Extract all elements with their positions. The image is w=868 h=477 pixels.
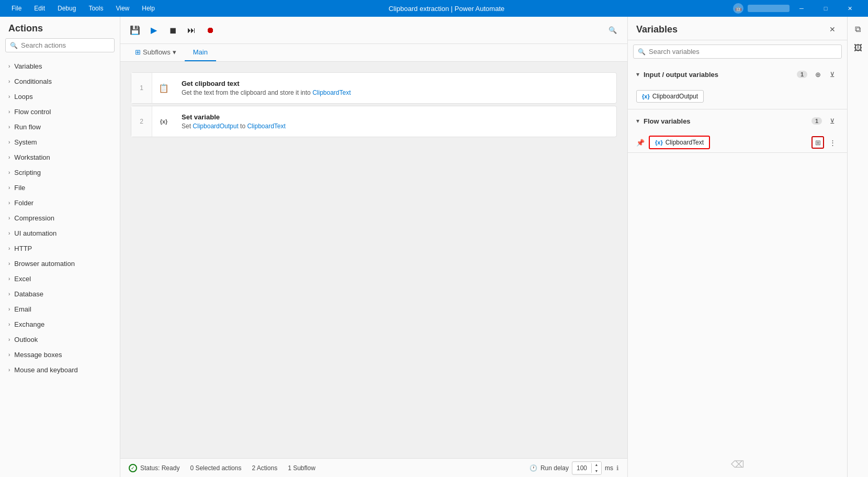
main-layout: Actions 🔍 › Variables › Conditionals › L… [0, 17, 868, 477]
menu-edit[interactable]: Edit [29, 3, 50, 14]
clear-variables-button[interactable]: ⌫ [731, 458, 744, 471]
sidebar-item-run-flow[interactable]: › Run flow [0, 119, 120, 135]
flow-variables-section-header[interactable]: ▾ Flow variables 1 ⊻ [628, 109, 847, 132]
window-controls: ─ □ ✕ [790, 0, 862, 17]
statusbar: Status: Ready 0 Selected actions 2 Actio… [120, 458, 627, 477]
sidebar-item-exchange[interactable]: › Exchange [0, 317, 120, 332]
pin-icon: 📌 [636, 139, 645, 147]
variables-search-box[interactable]: 🔍 [633, 45, 842, 59]
add-variable-button[interactable]: ⊕ [811, 68, 824, 81]
chevron-right-icon: › [8, 79, 10, 84]
close-button[interactable]: ✕ [838, 0, 862, 17]
run-delay-value: 100 [572, 463, 592, 473]
run-delay-up[interactable]: ▲ [592, 462, 601, 468]
menu-tools[interactable]: Tools [83, 3, 108, 14]
sidebar-item-excel[interactable]: › Excel [0, 271, 120, 286]
menu-view[interactable]: View [110, 3, 134, 14]
status-dot-icon [129, 464, 137, 472]
clipboard-output-chip[interactable]: {x} ClipboardOutput [636, 90, 704, 103]
flow-var-action-buttons: ⊞ ⋮ [811, 136, 839, 149]
sidebar-item-ui-automation[interactable]: › UI automation [0, 226, 120, 241]
filter-variables-button[interactable]: ⊻ [826, 68, 839, 81]
step-number-2: 2 [131, 106, 152, 137]
flow-step-1[interactable]: 1 📋 Get clipboard text Get the text from… [131, 72, 617, 104]
clipboard-output-label: ClipboardOutput [652, 93, 698, 100]
input-output-content: {x} ClipboardOutput [628, 86, 847, 109]
sidebar-item-message-boxes[interactable]: › Message boxes [0, 347, 120, 362]
more-options-button[interactable]: ⋮ [826, 136, 839, 149]
step-2-desc: Set ClipboardOutput to ClipboardText [182, 123, 610, 130]
sidebar-item-compression[interactable]: › Compression [0, 210, 120, 226]
flow-step-2[interactable]: 2 {x} Set variable Set ClipboardOutput t… [131, 106, 617, 137]
canvas-area: 💾 ▶ ◼ ⏭ ⏺ 🔍 ⊞ Subflows ▾ Main 1 📋 G [120, 17, 627, 477]
image-button[interactable]: 🖼 [850, 40, 866, 57]
layers-button[interactable]: ⧉ [850, 21, 866, 38]
menu-file[interactable]: File [6, 3, 27, 14]
sidebar-item-folder[interactable]: › Folder [0, 195, 120, 210]
chevron-right-icon: › [8, 94, 10, 99]
search-actions-input[interactable] [21, 41, 110, 49]
input-output-section: ▾ Input / output variables 1 ⊕ ⊻ {x} Cli… [628, 63, 847, 109]
flow-canvas[interactable]: 1 📋 Get clipboard text Get the text from… [120, 62, 627, 458]
chevron-right-icon: › [8, 154, 10, 160]
step-2-var-output: ClipboardOutput [193, 123, 238, 130]
menu-help[interactable]: Help [137, 3, 160, 14]
eraser-area: ⌫ [628, 267, 847, 478]
filter-flow-vars-button[interactable]: ⊻ [826, 115, 839, 127]
step-2-var-input: ClipboardText [247, 123, 285, 130]
sidebar-item-http[interactable]: › HTTP [0, 241, 120, 256]
canvas-search-button[interactable]: 🔍 [604, 22, 621, 39]
next-step-button[interactable]: ⏭ [183, 22, 200, 39]
status-indicator: Status: Ready [129, 464, 179, 472]
sidebar-item-conditionals[interactable]: › Conditionals [0, 74, 120, 89]
variables-header: Variables ✕ [628, 17, 847, 40]
run-delay-input[interactable]: 100 ▲ ▼ [572, 461, 602, 475]
search-actions-box[interactable]: 🔍 [5, 38, 115, 52]
save-button[interactable]: 💾 [127, 22, 143, 39]
chevron-right-icon: › [8, 246, 10, 251]
clipboard-text-label: ClipboardText [666, 139, 704, 146]
subflows-chevron-icon: ▾ [173, 48, 176, 56]
input-output-section-header[interactable]: ▾ Input / output variables 1 ⊕ ⊻ [628, 63, 847, 86]
sidebar-item-outlook[interactable]: › Outlook [0, 332, 120, 347]
sidebar-item-file[interactable]: › File [0, 180, 120, 195]
maximize-button[interactable]: □ [814, 0, 838, 17]
variable-icon: {x} [152, 106, 175, 137]
chevron-right-icon: › [8, 352, 10, 358]
record-button[interactable]: ⏺ [202, 22, 219, 39]
sidebar-item-variables[interactable]: › Variables [0, 59, 120, 74]
chevron-right-icon: › [8, 261, 10, 267]
sidebar-item-flow-control[interactable]: › Flow control [0, 104, 120, 119]
right-icon-panel: ⧉ 🖼 [847, 17, 868, 477]
clock-icon: 🕐 [529, 464, 537, 472]
flow-variables-actions: ⊻ [826, 115, 839, 127]
variables-search-input[interactable] [649, 48, 837, 56]
sidebar-item-scripting[interactable]: › Scripting [0, 165, 120, 180]
step-1-title: Get clipboard text [182, 80, 610, 87]
sidebar-item-browser-automation[interactable]: › Browser automation [0, 256, 120, 271]
sidebar-item-system[interactable]: › System [0, 135, 120, 150]
subflow-count: 1 Subflow [288, 464, 315, 472]
flow-vars-chevron-icon: ▾ [636, 117, 639, 125]
sidebar-item-mouse-keyboard[interactable]: › Mouse and keyboard [0, 362, 120, 378]
sidebar-item-workstation[interactable]: › Workstation [0, 150, 120, 165]
minimize-button[interactable]: ─ [790, 0, 814, 17]
tab-subflows[interactable]: ⊞ Subflows ▾ [127, 44, 185, 61]
menu-debug[interactable]: Debug [52, 3, 81, 14]
chevron-right-icon: › [8, 200, 10, 206]
sidebar-item-email[interactable]: › Email [0, 302, 120, 317]
sidebar-item-loops[interactable]: › Loops [0, 89, 120, 104]
run-delay-down[interactable]: ▼ [592, 468, 601, 474]
sidebar-item-database[interactable]: › Database [0, 286, 120, 302]
tab-main[interactable]: Main [185, 44, 216, 61]
step-1-content: Get clipboard text Get the text from the… [175, 73, 616, 103]
input-output-actions: ⊕ ⊻ [811, 68, 839, 81]
clipboard-text-chip[interactable]: {x} ClipboardText [649, 136, 710, 149]
subflows-icon: ⊞ [135, 48, 141, 56]
variables-close-button[interactable]: ✕ [826, 23, 839, 36]
stop-button[interactable]: ◼ [164, 22, 181, 39]
chevron-right-icon: › [8, 230, 10, 236]
run-button[interactable]: ▶ [145, 22, 162, 39]
search-icon: 🔍 [10, 42, 18, 49]
show-variable-details-button[interactable]: ⊞ [811, 136, 824, 149]
